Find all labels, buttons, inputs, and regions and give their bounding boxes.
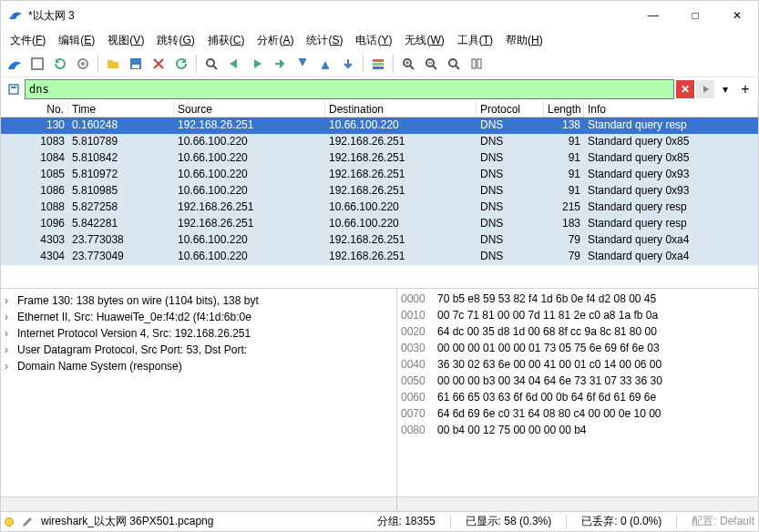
window-title: *以太网 3 <box>28 8 632 24</box>
capture-options-button[interactable] <box>73 54 93 74</box>
col-proto[interactable]: Protocol <box>477 101 544 117</box>
col-time[interactable]: Time <box>68 101 174 117</box>
packet-row[interactable]: 430423.77304910.66.100.220192.168.26.251… <box>1 249 758 265</box>
svg-line-7 <box>213 66 217 69</box>
zoom-in-button[interactable] <box>398 54 418 74</box>
colorize-button[interactable] <box>368 54 388 74</box>
packet-row[interactable]: 10845.81084210.66.100.220192.168.26.251D… <box>1 150 758 167</box>
close-button[interactable]: ✕ <box>716 1 758 30</box>
packet-details[interactable]: ›Frame 130: 138 bytes on wire (1104 bits… <box>1 289 397 511</box>
menu-capture[interactable]: 捕获(C) <box>202 31 251 50</box>
menu-help[interactable]: 帮助(H) <box>500 31 549 50</box>
go-back-button[interactable] <box>224 54 244 74</box>
menu-wireless[interactable]: 无线(W) <box>399 31 449 50</box>
svg-rect-12 <box>373 66 384 69</box>
svg-point-6 <box>207 59 214 66</box>
auto-scroll-button[interactable] <box>338 54 358 74</box>
svg-point-3 <box>81 62 85 66</box>
svg-rect-1 <box>32 58 43 69</box>
hex-scrollbar[interactable] <box>397 496 758 511</box>
packet-bytes[interactable]: 000070 b5 e8 59 53 82 f4 1d 6b 0e f4 d2 … <box>397 289 758 511</box>
svg-line-14 <box>410 66 414 69</box>
close-file-button[interactable] <box>149 54 169 74</box>
svg-rect-8 <box>299 58 306 60</box>
packet-row[interactable]: 10835.81078910.66.100.220192.168.26.251D… <box>1 134 758 150</box>
svg-rect-9 <box>322 67 329 69</box>
packets-count: 分组: 18355 <box>377 514 436 529</box>
add-filter-button[interactable]: + <box>736 80 754 98</box>
reload-button[interactable] <box>171 54 191 74</box>
tree-item[interactable]: ›User Datagram Protocol, Src Port: 53, D… <box>5 342 393 358</box>
packet-row[interactable]: 10885.827258192.168.26.25110.66.100.220D… <box>1 200 758 216</box>
menu-analyze[interactable]: 分析(A) <box>251 31 299 50</box>
menu-file[interactable]: 文件(F) <box>5 31 51 50</box>
apply-filter-button[interactable] <box>696 80 714 98</box>
menu-stats[interactable]: 统计(S) <box>301 31 348 50</box>
clear-filter-button[interactable]: ✕ <box>676 80 694 98</box>
menu-tools[interactable]: 工具(T) <box>452 31 498 50</box>
tree-item[interactable]: ›Frame 130: 138 bytes on wire (1104 bits… <box>5 292 393 309</box>
hex-row[interactable]: 001000 7c 71 81 00 00 7d 11 81 2e c0 a8 … <box>401 309 754 325</box>
hex-row[interactable]: 005000 00 00 b3 00 34 04 64 6e 73 31 07 … <box>401 374 754 391</box>
save-file-button[interactable] <box>126 54 146 74</box>
go-to-packet-button[interactable] <box>270 54 290 74</box>
bookmark-icon[interactable] <box>5 80 23 98</box>
col-dest[interactable]: Destination <box>325 101 477 117</box>
packet-list-header: No. Time Source Destination Protocol Len… <box>1 101 758 118</box>
hex-row[interactable]: 007064 6d 69 6e c0 31 64 08 80 c4 00 00 … <box>401 407 754 424</box>
menu-view[interactable]: 视图(V) <box>102 31 149 50</box>
col-source[interactable]: Source <box>174 101 325 117</box>
packet-row[interactable]: 430323.77303810.66.100.220192.168.26.251… <box>1 232 758 249</box>
edit-icon[interactable] <box>21 516 34 528</box>
svg-line-18 <box>433 66 436 69</box>
col-len[interactable]: Length <box>544 101 584 117</box>
svg-rect-25 <box>11 87 16 88</box>
tree-item[interactable]: ›Domain Name System (response) <box>5 358 393 374</box>
minimize-button[interactable]: — <box>632 1 674 30</box>
svg-point-0 <box>11 15 12 16</box>
col-info[interactable]: Info <box>584 101 758 117</box>
menu-telephony[interactable]: 电话(Y) <box>350 31 397 50</box>
packet-row[interactable]: 10855.81097210.66.100.220192.168.26.251D… <box>1 167 758 183</box>
go-first-button[interactable] <box>292 54 313 74</box>
svg-point-20 <box>449 59 456 66</box>
packet-row[interactable]: 10865.81098510.66.100.220192.168.26.251D… <box>1 183 758 200</box>
svg-rect-23 <box>477 59 481 68</box>
display-filter-input[interactable] <box>25 79 674 99</box>
tree-scrollbar[interactable] <box>1 496 396 511</box>
hex-row[interactable]: 006061 66 65 03 63 6f 6d 00 0b 64 6f 6d … <box>401 391 754 407</box>
zoom-out-button[interactable] <box>421 54 441 74</box>
dropped-count: 已丢弃: 0 (0.0%) <box>581 514 662 529</box>
hex-row[interactable]: 000070 b5 e8 59 53 82 f4 1d 6b 0e f4 d2 … <box>401 292 754 309</box>
start-capture-button[interactable] <box>5 54 25 74</box>
hex-row[interactable]: 002064 dc 00 35 d8 1d 00 68 8f cc 9a 8c … <box>401 325 754 342</box>
tree-item[interactable]: ›Ethernet II, Src: HuaweiTe_0e:f4:d2 (f4… <box>5 309 393 325</box>
menu-go[interactable]: 跳转(G) <box>151 31 200 50</box>
hex-row[interactable]: 008000 b4 00 12 75 00 00 00 00 b4 <box>401 424 754 440</box>
packet-row[interactable]: 1300.160248192.168.26.25110.66.100.220DN… <box>1 118 758 134</box>
filter-dropdown-button[interactable]: ▾ <box>716 80 734 98</box>
open-file-button[interactable] <box>103 54 123 74</box>
titlebar: *以太网 3 — □ ✕ <box>1 1 758 30</box>
menu-edit[interactable]: 编辑(E) <box>53 31 100 50</box>
hex-row[interactable]: 004036 30 02 63 6e 00 00 41 00 01 c0 14 … <box>401 358 754 374</box>
zoom-reset-button[interactable] <box>444 54 464 74</box>
tree-item[interactable]: ›Internet Protocol Version 4, Src: 192.1… <box>5 325 393 342</box>
svg-rect-10 <box>373 59 384 62</box>
col-no[interactable]: No. <box>1 101 68 117</box>
restart-capture-button[interactable] <box>50 54 70 74</box>
capture-file-label: wireshark_以太网 36PX501.pcapng <box>41 514 224 529</box>
go-last-button[interactable] <box>315 54 335 74</box>
packet-row[interactable]: 10965.842281192.168.26.25110.66.100.220D… <box>1 216 758 232</box>
maximize-button[interactable]: □ <box>674 1 716 30</box>
profile-label[interactable]: 配置: Default <box>692 514 754 529</box>
find-packet-button[interactable] <box>201 54 221 74</box>
packet-list-body[interactable]: 1300.160248192.168.26.25110.66.100.220DN… <box>1 118 758 288</box>
expert-info-icon[interactable] <box>5 517 14 527</box>
resize-columns-button[interactable] <box>467 54 487 74</box>
hex-row[interactable]: 003000 00 00 01 00 00 01 73 05 75 6e 69 … <box>401 342 754 358</box>
go-forward-button[interactable] <box>247 54 267 74</box>
menubar: 文件(F) 编辑(E) 视图(V) 跳转(G) 捕获(C) 分析(A) 统计(S… <box>1 30 758 50</box>
svg-rect-11 <box>373 63 384 66</box>
stop-capture-button[interactable] <box>27 54 47 74</box>
